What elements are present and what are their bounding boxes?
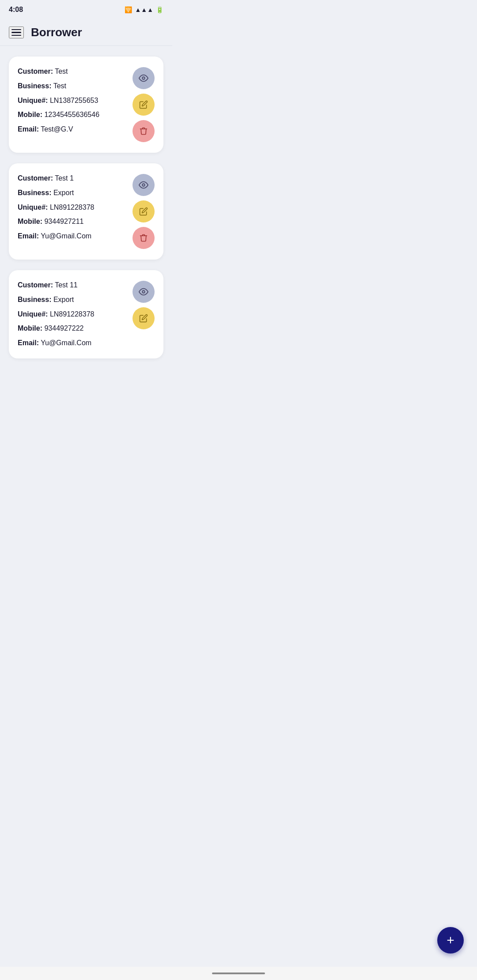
borrower-card-1: Customer: Test Business: Test Unique#: L… (9, 57, 163, 153)
view-button-2[interactable] (132, 174, 155, 196)
mobile-label-1: Mobile: (18, 111, 42, 118)
hamburger-line-3 (11, 35, 21, 36)
hamburger-line-1 (11, 29, 21, 30)
customer-value-1: Test (55, 68, 68, 75)
unique-label-3: Unique#: (18, 310, 48, 318)
mobile-label-2: Mobile: (18, 218, 42, 225)
status-time: 4:08 (9, 6, 23, 14)
email-field-3: Email: Yu@Gmail.Com (18, 339, 127, 348)
unique-field-3: Unique#: LN891228378 (18, 310, 127, 319)
eye-icon-2 (139, 180, 148, 190)
card-info-1: Customer: Test Business: Test Unique#: L… (18, 67, 127, 134)
borrower-card-2: Customer: Test 1 Business: Export Unique… (9, 163, 163, 260)
content-area: Customer: Test Business: Test Unique#: L… (0, 49, 172, 403)
signal-icon: ▲▲▲ (135, 6, 153, 13)
business-field-1: Business: Test (18, 82, 127, 91)
svg-point-0 (142, 77, 145, 79)
business-field-3: Business: Export (18, 295, 127, 305)
edit-button-1[interactable] (132, 94, 155, 116)
unique-value-2: LN891228378 (50, 204, 95, 211)
mobile-field-1: Mobile: 12345455636546 (18, 110, 127, 120)
email-label-2: Email: (18, 232, 39, 240)
edit-button-3[interactable] (132, 307, 155, 329)
mobile-label-3: Mobile: (18, 324, 42, 332)
wifi-icon: 🛜 (125, 6, 132, 13)
menu-button[interactable] (9, 26, 24, 39)
customer-value-3: Test 11 (55, 281, 78, 289)
delete-button-1[interactable] (132, 120, 155, 142)
mobile-value-3: 9344927222 (44, 324, 83, 332)
mobile-value-1: 12345455636546 (44, 111, 99, 118)
trash-icon-2 (139, 234, 148, 242)
view-button-1[interactable] (132, 67, 155, 89)
mobile-value-2: 9344927211 (44, 218, 83, 225)
mobile-field-2: Mobile: 9344927211 (18, 217, 127, 226)
customer-field-3: Customer: Test 11 (18, 281, 127, 290)
hamburger-line-2 (11, 32, 21, 33)
unique-value-1: LN1387255653 (50, 97, 98, 104)
business-value-3: Export (53, 296, 74, 303)
business-label-2: Business: (18, 189, 51, 196)
business-field-2: Business: Export (18, 188, 127, 198)
unique-field-1: Unique#: LN1387255653 (18, 96, 127, 106)
edit-icon-1 (139, 100, 148, 109)
card-info-2: Customer: Test 1 Business: Export Unique… (18, 174, 127, 241)
business-value-2: Export (53, 189, 74, 196)
eye-icon-3 (139, 287, 148, 297)
card-info-3: Customer: Test 11 Business: Export Uniqu… (18, 281, 127, 348)
unique-field-2: Unique#: LN891228378 (18, 203, 127, 212)
edit-button-2[interactable] (132, 200, 155, 222)
eye-icon-1 (139, 73, 148, 83)
customer-field-2: Customer: Test 1 (18, 174, 127, 183)
delete-button-2[interactable] (132, 227, 155, 249)
status-icons: 🛜 ▲▲▲ 🔋 (125, 6, 163, 13)
status-bar: 4:08 🛜 ▲▲▲ 🔋 (0, 0, 172, 19)
business-label-3: Business: (18, 296, 51, 303)
unique-label-2: Unique#: (18, 204, 48, 211)
email-value-2: Yu@Gmail.Com (41, 232, 91, 240)
business-label-1: Business: (18, 82, 51, 90)
email-label-1: Email: (18, 125, 39, 133)
business-value-1: Test (53, 82, 66, 90)
edit-icon-3 (139, 314, 148, 323)
card-actions-3 (132, 281, 155, 329)
battery-icon: 🔋 (156, 6, 163, 13)
card-actions-1 (132, 67, 155, 142)
email-value-3: Yu@Gmail.Com (41, 339, 91, 347)
svg-point-2 (142, 290, 145, 293)
card-actions-2 (132, 174, 155, 249)
page-title: Borrower (31, 26, 82, 39)
customer-label-1: Customer: (18, 68, 53, 75)
customer-label-2: Customer: (18, 174, 53, 182)
svg-point-1 (142, 184, 145, 186)
trash-icon-1 (139, 127, 148, 136)
email-value-1: Test@G.V (41, 125, 73, 133)
view-button-3[interactable] (132, 281, 155, 303)
email-field-1: Email: Test@G.V (18, 125, 127, 134)
unique-value-3: LN891228378 (50, 310, 95, 318)
header: Borrower (0, 19, 172, 46)
mobile-field-3: Mobile: 9344927222 (18, 324, 127, 333)
email-label-3: Email: (18, 339, 39, 347)
customer-value-2: Test 1 (55, 174, 74, 182)
email-field-2: Email: Yu@Gmail.Com (18, 232, 127, 241)
customer-label-3: Customer: (18, 281, 53, 289)
customer-field-1: Customer: Test (18, 67, 127, 76)
edit-icon-2 (139, 207, 148, 216)
unique-label-1: Unique#: (18, 97, 48, 104)
borrower-card-3: Customer: Test 11 Business: Export Uniqu… (9, 270, 163, 358)
